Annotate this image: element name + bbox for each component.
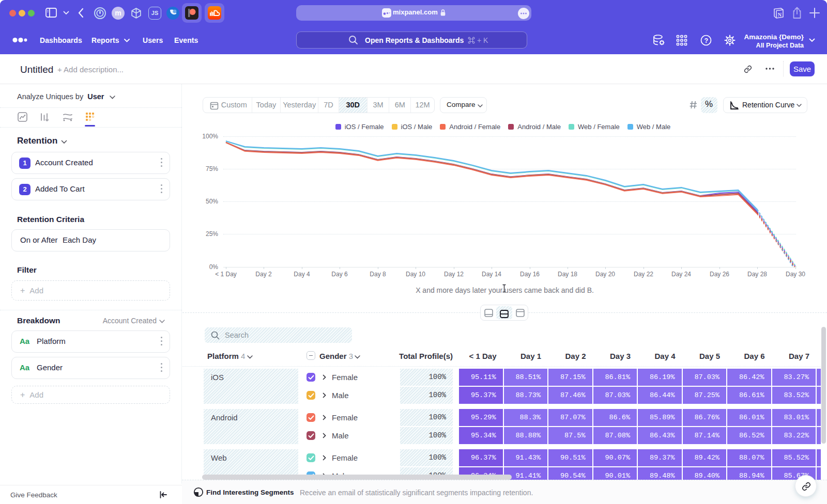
svg-text:?: ? [705,37,709,44]
svg-text:N: N [778,12,782,18]
